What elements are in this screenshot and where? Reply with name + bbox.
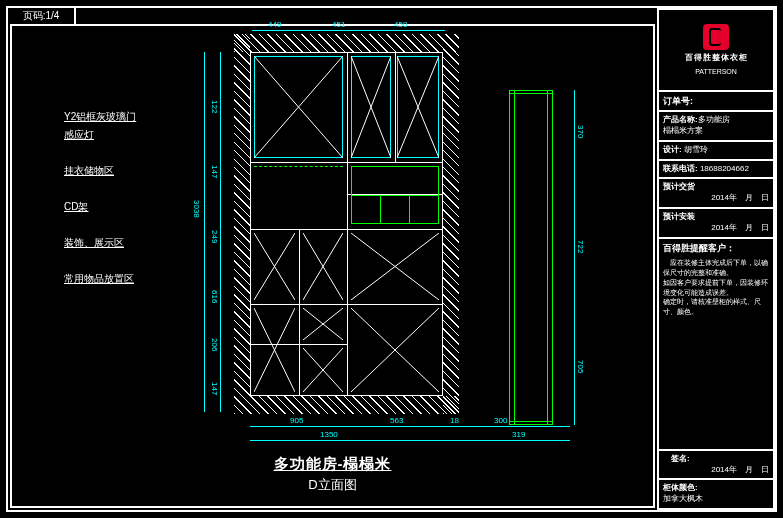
side-column [469, 90, 564, 425]
hatch-left [234, 34, 250, 414]
title-main: 多功能房-榻榻米 [14, 455, 651, 474]
dim-lv3: 3038 [192, 200, 201, 218]
dim-lv5: 616 [210, 290, 219, 303]
label-glass-door: Y2铝框灰玻璃门 [64, 110, 184, 124]
dim-rv3: 705 [576, 360, 585, 373]
designer-cell: 设计: 胡雪玲 [657, 140, 775, 159]
hatch-right [443, 34, 459, 414]
dim-bd: 1350 [320, 430, 338, 439]
dim-top-a: 449 [268, 20, 281, 29]
label-cd-rack: CD架 [64, 200, 184, 214]
dim-bc: 18 [450, 416, 459, 425]
dim-top-line [252, 30, 445, 31]
hatch-bottom [234, 396, 459, 414]
annotation-labels: Y2铝框灰玻璃门 感应灯 挂衣储物区 CD架 装饰、展示区 常用物品放置区 [64, 110, 184, 308]
color-cell: 柜体颜色: 加拿大枫木 [657, 478, 775, 510]
dim-rv2: 722 [576, 240, 585, 253]
logo-cell: 百得胜整体衣柜 PATTERSON [657, 8, 775, 90]
order-cell: 订单号: [657, 90, 775, 110]
dim-ba: 905 [290, 416, 303, 425]
hatch-top [234, 34, 459, 52]
phone-cell: 联系电话: 18688204662 [657, 159, 775, 178]
brand-logo-icon [703, 24, 729, 50]
product-cell: 产品名称:多功能房 榻榻米方案 [657, 110, 775, 140]
dim-left-line-1 [204, 52, 205, 412]
dim-lv7: 147 [210, 382, 219, 395]
dim-lv4: 249 [210, 230, 219, 243]
dim-bot-line-2 [250, 440, 570, 441]
dim-be: 300 [494, 416, 507, 425]
sensor-light-line [254, 166, 343, 167]
dim-top-c: 450 [394, 20, 407, 29]
dim-lv2: 147 [210, 165, 219, 178]
dim-right-line [574, 90, 575, 425]
dim-rv1: 370 [576, 125, 585, 138]
dim-lv6: 206 [210, 338, 219, 351]
page-indicator: 页码:1/4 [6, 6, 76, 24]
dim-top-b: 451 [332, 20, 345, 29]
sign-cell: 签名: 2014年 月 日 [657, 449, 775, 479]
dim-left-line-2 [220, 52, 221, 412]
label-common-items: 常用物品放置区 [64, 272, 184, 286]
label-sensor-light: 感应灯 [64, 128, 184, 142]
dim-bot-line-1 [250, 426, 570, 427]
info-panel: 百得胜整体衣柜 PATTERSON 订单号: 产品名称:多功能房 榻榻米方案 设… [657, 8, 775, 510]
drawing-title: 多功能房-榻榻米 D立面图 [14, 455, 651, 494]
drawing-area: Y2铝框灰玻璃门 感应灯 挂衣储物区 CD架 装饰、展示区 常用物品放置区 [14, 30, 651, 504]
brand-name-en: PATTERSON [695, 67, 737, 76]
dim-lv1: 122 [210, 100, 219, 113]
dim-bb: 563 [390, 416, 403, 425]
cd-rack [351, 166, 439, 224]
cabinet-elevation [234, 34, 459, 414]
label-hanging-zone: 挂衣储物区 [64, 164, 184, 178]
dim-bf: 319 [512, 430, 525, 439]
brand-name: 百得胜整体衣柜 [685, 53, 748, 64]
delivery-cell: 预计交货 2014年 月 日 [657, 177, 775, 207]
reminder-cell: 百得胜提醒客户： 应在装修主体完成后下单，以确保尺寸的完整和准确。 如因客户要求… [657, 237, 775, 449]
title-sub: D立面图 [14, 476, 651, 494]
install-cell: 预计安装 2014年 月 日 [657, 207, 775, 237]
label-display-zone: 装饰、展示区 [64, 236, 184, 250]
